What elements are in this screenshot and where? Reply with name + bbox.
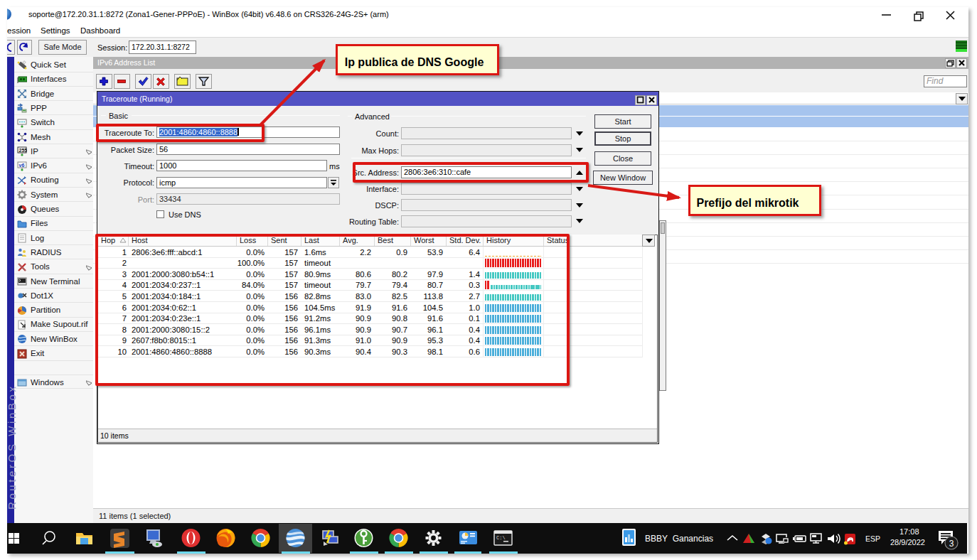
svg-text:3: 3 [949,539,954,549]
svg-text:255: 255 [19,148,28,153]
svg-text:C:\: C:\ [496,535,506,541]
svg-text:v6: v6 [19,163,25,168]
